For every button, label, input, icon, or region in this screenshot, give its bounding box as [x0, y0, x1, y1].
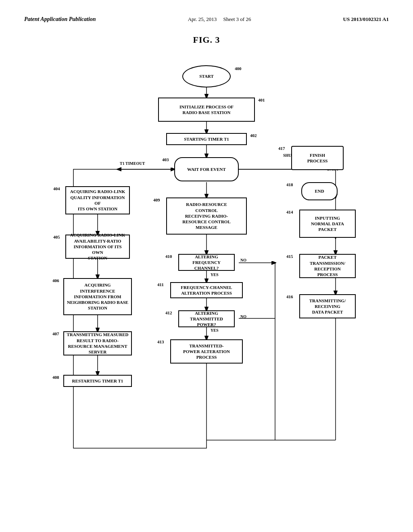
node-418: END — [301, 182, 338, 200]
label-415: 415 — [286, 254, 293, 259]
label-408: 408 — [52, 375, 59, 380]
label-409: 409 — [153, 197, 160, 202]
label-402: 402 — [250, 133, 257, 138]
label-400: 400 — [235, 66, 242, 71]
fig-title: FIG. 3 — [24, 35, 389, 45]
header-right: US 2013/0102321 A1 — [343, 16, 389, 23]
node-407: TRANSMITTING MEASURED RESULT TO RADIO- R… — [63, 331, 132, 355]
node-415: PACKET TRANSMISSION/ RECEPTION PROCESS — [299, 254, 356, 278]
node-413: TRANSMITTED- POWER ALTERATION PROCESS — [170, 339, 243, 364]
node-414: INPUTTING NORMAL DATA PACKET — [299, 210, 356, 238]
label-yes-412: YES — [211, 328, 218, 332]
node-401: INITIALIZE PROCESS OF RADIO BASE STATION — [158, 98, 255, 122]
label-407: 407 — [52, 331, 59, 336]
page: Patent Application Publication Apr. 25, … — [0, 0, 413, 532]
label-417: 417 — [278, 146, 285, 151]
node-410: ALTERING FREQUENCY CHANNEL? — [178, 254, 235, 271]
node-406: ACQUIRING INTERFERENCE INFORMATION FROM … — [63, 278, 132, 315]
header-left: Patent Application Publication — [24, 16, 96, 23]
node-408: RESTARTING TIMER T1 — [63, 375, 132, 387]
diagram: START 400 INITIALIZE PROCESS OF RADIO BA… — [33, 57, 380, 480]
node-416: TRANSMITTING/ RECEIVING DATA PACKET — [299, 294, 356, 318]
label-no-410: NO — [240, 258, 246, 262]
label-416: 416 — [286, 294, 293, 299]
label-410: 410 — [165, 254, 172, 259]
label-404: 404 — [53, 186, 60, 191]
node-411: FREQUENCY-CHANNEL ALTERATION PROCESS — [170, 282, 243, 298]
node-417: FINISH PROCESS — [291, 146, 344, 170]
label-418: 418 — [286, 182, 293, 187]
node-404: ACQUIRING RADIO-LINK QUALITY INFORMATION… — [65, 186, 130, 214]
node-start: START — [182, 65, 231, 87]
label-413: 413 — [157, 339, 164, 344]
node-412: ALTERING TRANSMITTED POWER? — [178, 310, 235, 327]
label-t1-timeout: T1 TIMEOUT — [120, 161, 145, 166]
node-409: RADIO-RESOURCE CONTROL RECEIVING RADIO- … — [166, 197, 247, 235]
header-sheet: Sheet 3 of 26 — [223, 16, 251, 22]
label-412: 412 — [165, 310, 172, 315]
label-411: 411 — [157, 282, 164, 287]
node-403: WAIT FOR EVENT — [174, 157, 239, 181]
label-401: 401 — [258, 98, 265, 102]
label-no-412: NO — [240, 314, 246, 319]
label-yes-410: YES — [211, 272, 218, 277]
header-date: Apr. 25, 2013 — [188, 16, 217, 22]
label-405: 405 — [53, 235, 60, 239]
label-406: 406 — [52, 278, 59, 283]
label-414: 414 — [286, 210, 293, 214]
header-center: Apr. 25, 2013 Sheet 3 of 26 — [188, 16, 251, 23]
header: Patent Application Publication Apr. 25, … — [24, 16, 389, 23]
node-402: STARTING TIMER T1 — [166, 133, 247, 145]
node-405: ACQUIRING RADIO-LINK AVAILABILITY-RATIO … — [65, 235, 130, 259]
label-403: 403 — [162, 157, 169, 162]
